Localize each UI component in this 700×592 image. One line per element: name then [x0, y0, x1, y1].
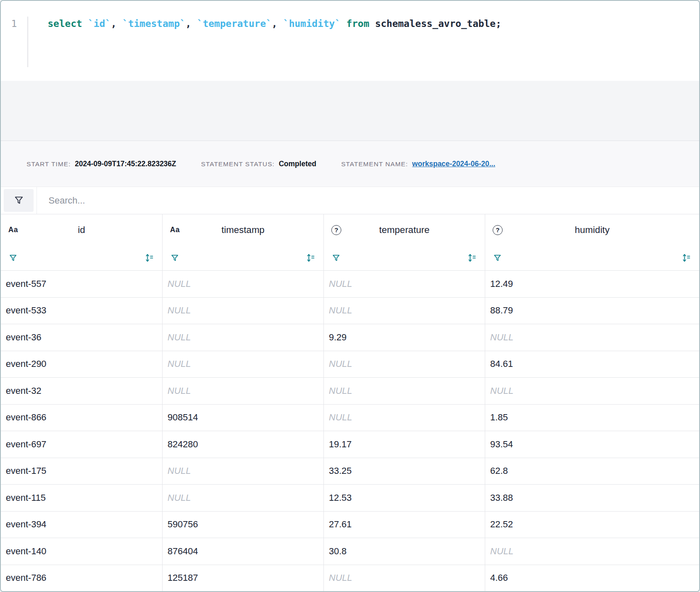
sql-token-plain	[340, 18, 346, 29]
table-cell-temperature[interactable]: 27.61	[324, 511, 485, 538]
column-header-id[interactable]: Aaid	[1, 214, 163, 245]
column-sort-icon[interactable]	[144, 252, 155, 263]
sql-editor[interactable]: 1 select `id`, `timestamp`, `temperature…	[1, 1, 699, 81]
table-cell-timestamp[interactable]: 824280	[163, 431, 324, 458]
results-toolbar	[1, 187, 699, 214]
table-cell-temperature[interactable]: 30.8	[324, 538, 485, 565]
statement-metadata-bar: START TIME: 2024-09-09T17:45:22.823236Z …	[1, 141, 699, 187]
statement-status-label: STATEMENT STATUS:	[201, 160, 275, 168]
table-cell-timestamp[interactable]: NULL	[163, 297, 324, 324]
table-cell-humidity[interactable]: 33.88	[485, 484, 699, 511]
table-cell-timestamp[interactable]: NULL	[163, 270, 324, 297]
table-cell-humidity[interactable]: NULL	[485, 377, 699, 404]
statement-status-value: Completed	[279, 160, 316, 168]
sql-code-line[interactable]: select `id`, `timestamp`, `temperature`,…	[28, 17, 501, 81]
table-cell-temperature[interactable]: NULL	[324, 404, 485, 431]
table-cell-id[interactable]: event-697	[1, 431, 163, 458]
editor-gutter: 1	[1, 17, 28, 67]
sql-token-identifier: `id`	[88, 18, 111, 29]
column-controls-timestamp	[163, 245, 324, 270]
table-cell-humidity[interactable]: 93.54	[485, 431, 699, 458]
table-cell-temperature[interactable]: 9.29	[324, 324, 485, 351]
sql-statement-results-window: 1 select `id`, `timestamp`, `temperature…	[0, 0, 700, 592]
table-cell-temperature[interactable]: 19.17	[324, 431, 485, 458]
results-table: AaidAatimestamp?temperature?humidityeven…	[1, 214, 699, 591]
statement-name-group: STATEMENT NAME: workspace-2024-06-20...	[341, 160, 496, 168]
search-input[interactable]	[37, 187, 699, 214]
column-filter-icon[interactable]	[493, 253, 502, 263]
table-cell-id[interactable]: event-533	[1, 297, 163, 324]
column-title: temperature	[324, 225, 485, 235]
table-cell-timestamp[interactable]: 590756	[163, 511, 324, 538]
sql-token-plain: ,	[111, 18, 122, 29]
filter-button[interactable]	[4, 189, 34, 212]
table-cell-timestamp[interactable]: 908514	[163, 404, 324, 431]
column-controls-id	[1, 245, 163, 270]
column-header-timestamp[interactable]: Aatimestamp	[163, 214, 324, 245]
table-cell-timestamp[interactable]: 125187	[163, 565, 324, 592]
column-title: humidity	[485, 225, 699, 235]
table-cell-humidity[interactable]: 84.61	[485, 351, 699, 378]
column-sort-icon[interactable]	[305, 252, 316, 263]
table-cell-timestamp[interactable]: NULL	[163, 377, 324, 404]
table-cell-humidity[interactable]: 4.66	[485, 565, 699, 592]
table-cell-temperature[interactable]: NULL	[324, 565, 485, 592]
column-sort-icon[interactable]	[681, 252, 692, 263]
column-filter-icon[interactable]	[331, 253, 341, 263]
column-title: id	[1, 225, 162, 235]
table-cell-humidity[interactable]: NULL	[485, 324, 699, 351]
table-cell-id[interactable]: event-115	[1, 484, 163, 511]
table-cell-timestamp[interactable]: 876404	[163, 538, 324, 565]
statement-status-group: STATEMENT STATUS: Completed	[201, 160, 316, 168]
column-sort-icon[interactable]	[467, 252, 477, 263]
table-cell-timestamp[interactable]: NULL	[163, 484, 324, 511]
table-cell-temperature[interactable]: NULL	[324, 351, 485, 378]
sql-token-plain: schemaless_avro_table;	[375, 18, 501, 29]
table-cell-humidity[interactable]: NULL	[485, 538, 699, 565]
table-cell-temperature[interactable]: 33.25	[324, 458, 485, 485]
table-cell-id[interactable]: event-175	[1, 458, 163, 485]
sql-token-identifier: `humidity`	[283, 18, 340, 29]
start-time-value: 2024-09-09T17:45:22.823236Z	[75, 160, 176, 168]
table-cell-humidity[interactable]: 88.79	[485, 297, 699, 324]
table-cell-temperature[interactable]: 12.53	[324, 484, 485, 511]
start-time-group: START TIME: 2024-09-09T17:45:22.823236Z	[27, 160, 176, 168]
column-header-temperature[interactable]: ?temperature	[324, 214, 485, 245]
table-cell-temperature[interactable]: NULL	[324, 270, 485, 297]
table-cell-humidity[interactable]: 12.49	[485, 270, 699, 297]
table-cell-id[interactable]: event-394	[1, 511, 163, 538]
table-cell-timestamp[interactable]: NULL	[163, 351, 324, 378]
sql-token-identifier: `timestamp`	[122, 18, 185, 29]
statement-name-label: STATEMENT NAME:	[341, 160, 408, 168]
table-cell-id[interactable]: event-290	[1, 351, 163, 378]
table-cell-timestamp[interactable]: NULL	[163, 458, 324, 485]
column-controls-humidity	[485, 245, 699, 270]
sql-token-identifier: `temperature`	[197, 18, 272, 29]
unknown-type-icon: ?	[331, 225, 341, 235]
sql-token-keyword: select	[48, 18, 88, 29]
column-filter-icon[interactable]	[8, 253, 18, 263]
table-cell-humidity[interactable]: 22.52	[485, 511, 699, 538]
table-cell-id[interactable]: event-866	[1, 404, 163, 431]
funnel-icon	[13, 195, 24, 206]
table-cell-id[interactable]: event-32	[1, 377, 163, 404]
table-cell-humidity[interactable]: 1.85	[485, 404, 699, 431]
string-type-icon: Aa	[8, 226, 18, 234]
line-number: 1	[11, 18, 17, 29]
table-cell-timestamp[interactable]: NULL	[163, 324, 324, 351]
table-cell-id[interactable]: event-786	[1, 565, 163, 592]
table-cell-humidity[interactable]: 62.8	[485, 458, 699, 485]
unknown-type-icon: ?	[493, 225, 503, 235]
column-title: timestamp	[163, 225, 323, 235]
sql-token-keyword: from	[346, 18, 375, 29]
column-filter-icon[interactable]	[170, 253, 180, 263]
filter-button-cell	[1, 187, 37, 214]
table-cell-temperature[interactable]: NULL	[324, 297, 485, 324]
table-cell-id[interactable]: event-36	[1, 324, 163, 351]
table-cell-id[interactable]: event-140	[1, 538, 163, 565]
statement-name-link[interactable]: workspace-2024-06-20...	[412, 160, 495, 168]
column-header-humidity[interactable]: ?humidity	[485, 214, 699, 245]
table-cell-id[interactable]: event-557	[1, 270, 163, 297]
table-cell-temperature[interactable]: NULL	[324, 377, 485, 404]
editor-panel-spacer	[1, 81, 699, 141]
